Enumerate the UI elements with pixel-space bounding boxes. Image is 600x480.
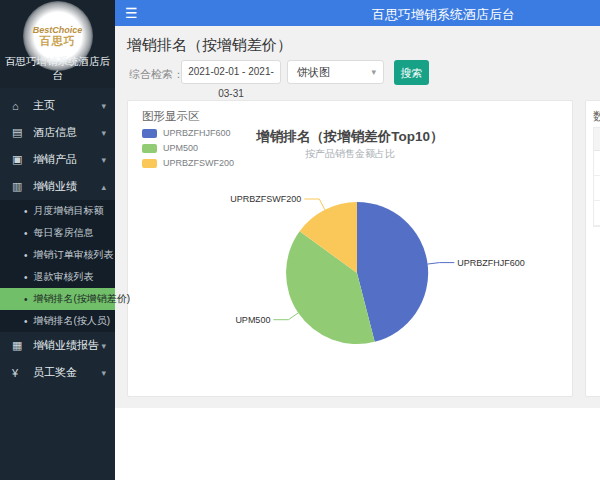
header-title: 百思巧增销系统酒店后台 bbox=[115, 6, 600, 24]
chevron-down-icon: ▾ bbox=[101, 368, 106, 378]
pie-label: UPRBZFSWF200 bbox=[230, 194, 301, 204]
sidebar-item-label: 员工奖金 bbox=[33, 365, 101, 380]
date-range-input[interactable]: 2021-02-01 - 2021-03-31 bbox=[181, 60, 281, 84]
logo-cn-text: 百思巧 bbox=[40, 35, 76, 48]
sidebar-item-label: 增销产品 bbox=[33, 152, 101, 167]
data-table-header bbox=[594, 128, 600, 151]
search-label: 综合检索： bbox=[129, 67, 184, 82]
sidebar-item-home[interactable]: ⌂主页▾ bbox=[0, 92, 115, 119]
home-icon: ⌂ bbox=[12, 100, 33, 112]
sidebar-subitem-label: 增销订单审核列表 bbox=[34, 248, 114, 262]
data-table-row bbox=[594, 201, 600, 226]
sidebar-subitem-order-review-list[interactable]: •增销订单审核列表 bbox=[0, 244, 115, 266]
sidebar-item-label: 增销业绩 bbox=[33, 179, 101, 194]
bonus-icon: ¥ bbox=[12, 367, 33, 379]
sidebar-subitem-refund-review-list[interactable]: •退款审核列表 bbox=[0, 266, 115, 288]
pie-chart: UPRBZFHJF600UPM500UPRBZFSWF200 bbox=[128, 101, 574, 398]
sidebar-subitem-monthly-target[interactable]: •月度增销目标额 bbox=[0, 200, 115, 222]
bullet-icon: • bbox=[24, 206, 28, 217]
sidebar-item-label: 增销业绩报告 bbox=[33, 338, 101, 353]
page-title: 增销排名（按增销差价） bbox=[127, 36, 292, 55]
main-content: 增销排名（按增销差价） 综合检索： 2021-02-01 - 2021-03-3… bbox=[115, 26, 600, 408]
sidebar-subitem-label: 退款审核列表 bbox=[34, 270, 94, 284]
data-panel-title: 数 bbox=[593, 109, 600, 124]
sidebar-menu: ⌂主页▾▤酒店信息▾▣增销产品▾▥增销业绩▴•月度增销目标额•每日客房信息•增销… bbox=[0, 92, 115, 386]
sidebar-subitem-label: 增销排名(按增销差价) bbox=[34, 292, 131, 306]
bullet-icon: • bbox=[24, 272, 28, 283]
report-icon: ▦ bbox=[12, 339, 33, 352]
sidebar-subitem-label: 月度增销目标额 bbox=[34, 204, 104, 218]
sidebar-subitem-ranking-by-person[interactable]: •增销排名(按人员) bbox=[0, 310, 115, 332]
bullet-icon: • bbox=[24, 294, 28, 305]
top-header: ☰ 百思巧增销系统酒店后台 bbox=[115, 0, 600, 26]
bullet-icon: • bbox=[24, 316, 28, 327]
chevron-down-icon: ▾ bbox=[101, 101, 106, 111]
product-icon: ▣ bbox=[12, 153, 33, 166]
logo-brand-text: BestChoice bbox=[33, 25, 83, 35]
pie-label: UPM500 bbox=[235, 315, 270, 325]
chevron-down-icon: ▾ bbox=[101, 155, 106, 165]
sidebar-subitem-label: 每日客房信息 bbox=[34, 226, 94, 240]
search-button[interactable]: 搜索 bbox=[394, 60, 429, 85]
sidebar-item-employee-bonus[interactable]: ¥员工奖金▾ bbox=[0, 359, 115, 386]
data-table-row bbox=[594, 176, 600, 201]
sidebar: BestChoice 百思巧 百思巧增销系统酒店后台 ⌂主页▾▤酒店信息▾▣增销… bbox=[0, 0, 115, 480]
chevron-down-icon: ▾ bbox=[101, 341, 106, 351]
logo-block: BestChoice 百思巧 百思巧增销系统酒店后台 bbox=[0, 0, 115, 88]
pie-label-line bbox=[304, 199, 325, 210]
pie-label-line bbox=[427, 263, 454, 265]
sidebar-subitem-label: 增销排名(按人员) bbox=[34, 314, 111, 328]
sidebar-item-label: 酒店信息 bbox=[33, 125, 101, 140]
pie-label-line bbox=[273, 313, 298, 320]
sidebar-item-upsell-performance[interactable]: ▥增销业绩▴ bbox=[0, 173, 115, 200]
sidebar-item-upsell-products[interactable]: ▣增销产品▾ bbox=[0, 146, 115, 173]
bullet-icon: • bbox=[24, 228, 28, 239]
chart-type-select[interactable]: 饼状图 ▾ bbox=[287, 60, 384, 84]
data-table-row bbox=[594, 151, 600, 176]
submenu-upsell-performance: •月度增销目标额•每日客房信息•增销订单审核列表•退款审核列表•增销排名(按增销… bbox=[0, 200, 115, 332]
sidebar-item-performance-report[interactable]: ▦增销业绩报告▾ bbox=[0, 332, 115, 359]
chevron-down-icon: ▾ bbox=[371, 61, 376, 83]
sidebar-item-label: 主页 bbox=[33, 98, 101, 113]
hotel-icon: ▤ bbox=[12, 126, 33, 139]
sidebar-subitem-ranking-by-margin[interactable]: •增销排名(按增销差价) bbox=[0, 288, 115, 310]
data-table bbox=[593, 127, 600, 227]
pie-label: UPRBZFHJF600 bbox=[457, 258, 525, 268]
chevron-down-icon: ▾ bbox=[101, 128, 106, 138]
sidebar-subitem-daily-room-info[interactable]: •每日客房信息 bbox=[0, 222, 115, 244]
performance-icon: ▥ bbox=[12, 180, 33, 193]
sidebar-app-name: 百思巧增销系统酒店后台 bbox=[0, 55, 115, 83]
sidebar-item-hotel-info[interactable]: ▤酒店信息▾ bbox=[0, 119, 115, 146]
chart-type-selected-value: 饼状图 bbox=[297, 66, 330, 78]
chevron-up-icon: ▴ bbox=[101, 182, 106, 192]
chart-panel: 图形显示区 UPRBZFHJF600UPM500UPRBZFSWF200 增销排… bbox=[127, 100, 573, 397]
bullet-icon: • bbox=[24, 250, 28, 261]
data-panel: 数 bbox=[585, 100, 600, 397]
